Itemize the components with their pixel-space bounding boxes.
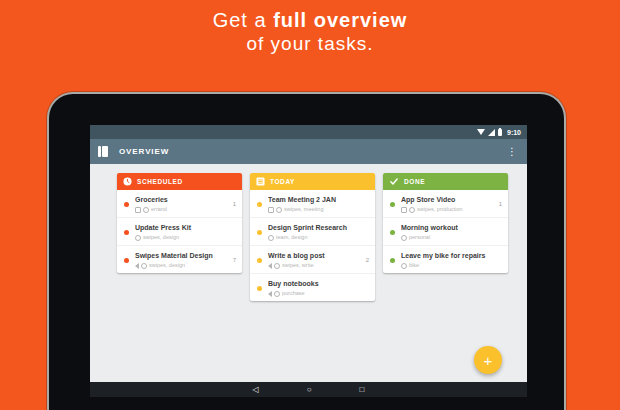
task-main: Leave my bike for repairsbike (401, 251, 502, 269)
task-meta: swipes, design (135, 262, 230, 269)
task-row[interactable]: Morning workoutpersonal (383, 218, 508, 246)
task-tags: swipes, design (149, 262, 185, 269)
back-icon[interactable]: ◁ (253, 386, 259, 394)
battery-icon (498, 129, 502, 136)
task-row[interactable]: App Store Videoswipes, production1 (383, 190, 508, 218)
task-meta: bike (401, 262, 502, 269)
task-main: Update Press Kitswipes, design (135, 223, 236, 241)
priority-dot (124, 230, 129, 235)
hero-caption: Get a full overview of your tasks. (0, 8, 620, 55)
hero-line2: of your tasks. (0, 32, 620, 55)
task-count: 1 (233, 201, 236, 207)
priority-dot (257, 202, 262, 207)
task-title: Groceries (135, 195, 230, 204)
clock-icon (123, 177, 132, 186)
priority-dot (390, 258, 395, 263)
home-icon[interactable]: ○ (307, 386, 312, 394)
task-tags: swipes, production (417, 206, 463, 213)
task-title: Design Sprint Research (268, 223, 369, 232)
reply-icon (135, 263, 139, 269)
hero-line1-bold: full overview (273, 9, 407, 31)
task-main: Team Meeting 2 JANswipes, meeting (268, 195, 369, 213)
task-tags: team, design (276, 234, 308, 241)
app-bar-title: OVERVIEW (119, 147, 505, 156)
column-title: SCHEDULED (137, 178, 183, 185)
reply-icon (268, 291, 272, 297)
task-column-scheduled: SCHEDULEDGrocerieserrand1Update Press Ki… (117, 173, 242, 273)
task-meta: swipes, write (268, 262, 363, 269)
check-icon (389, 177, 399, 186)
task-meta: errand (135, 206, 230, 213)
overflow-menu-icon[interactable]: ⋮ (505, 147, 519, 157)
priority-dot (124, 202, 129, 207)
attachment-icon (276, 207, 282, 213)
task-title: Leave my bike for repairs (401, 251, 502, 260)
task-main: Write a blog postswipes, write (268, 251, 363, 269)
column-header[interactable]: DONE (383, 173, 508, 190)
marketing-screenshot: { "hero": { "line1_regular": "Get a ", "… (0, 0, 620, 410)
task-row[interactable]: Swipes Material Designswipes, design7 (117, 246, 242, 273)
column-title: TODAY (270, 178, 295, 185)
priority-dot (390, 230, 395, 235)
attachment-icon (274, 291, 280, 297)
task-tags: errand (151, 206, 167, 213)
attachment-icon (143, 207, 149, 213)
task-tags: personal (409, 234, 430, 241)
task-main: Design Sprint Researchteam, design (268, 223, 369, 241)
note-icon (135, 207, 141, 213)
recents-icon[interactable]: □ (360, 386, 365, 394)
column-title: DONE (404, 178, 425, 185)
task-count: 2 (366, 257, 369, 263)
priority-dot (390, 202, 395, 207)
task-title: App Store Video (401, 195, 496, 204)
task-row[interactable]: Update Press Kitswipes, design (117, 218, 242, 246)
board-icon[interactable] (98, 146, 109, 157)
add-task-fab[interactable]: + (474, 346, 502, 374)
task-row[interactable]: Grocerieserrand1 (117, 190, 242, 218)
note-icon (401, 207, 407, 213)
task-title: Morning workout (401, 223, 502, 232)
task-meta: personal (401, 234, 502, 241)
tablet-device: 9:10 OVERVIEW ⋮ SCHEDULEDGrocerieserrand… (47, 92, 566, 410)
note-icon (268, 207, 274, 213)
task-main: Grocerieserrand (135, 195, 230, 213)
attachment-icon (409, 207, 415, 213)
column-header[interactable]: TODAY (250, 173, 375, 190)
task-title: Write a blog post (268, 251, 363, 260)
status-time: 9:10 (507, 129, 521, 136)
attachment-icon (401, 263, 407, 269)
task-tags: swipes, meeting (284, 206, 323, 213)
attachment-icon (141, 263, 147, 269)
task-main: Buy notebookspurchase (268, 279, 369, 297)
tablet-screen: 9:10 OVERVIEW ⋮ SCHEDULEDGrocerieserrand… (90, 125, 527, 397)
task-main: Morning workoutpersonal (401, 223, 502, 241)
task-row[interactable]: Buy notebookspurchase (250, 274, 375, 301)
priority-dot (257, 230, 262, 235)
overview-board: SCHEDULEDGrocerieserrand1Update Press Ki… (90, 164, 527, 382)
task-title: Team Meeting 2 JAN (268, 195, 369, 204)
priority-dot (124, 258, 129, 263)
task-meta: swipes, meeting (268, 206, 369, 213)
task-count: 1 (499, 201, 502, 207)
task-title: Swipes Material Design (135, 251, 230, 260)
task-tags: bike (409, 262, 419, 269)
task-row[interactable]: Write a blog postswipes, write2 (250, 246, 375, 274)
reply-icon (268, 263, 272, 269)
attachment-icon (135, 235, 141, 241)
signal-icon (488, 129, 495, 136)
task-row[interactable]: Design Sprint Researchteam, design (250, 218, 375, 246)
task-count: 7 (233, 257, 236, 263)
task-row[interactable]: Team Meeting 2 JANswipes, meeting (250, 190, 375, 218)
attachment-icon (268, 235, 274, 241)
task-main: Swipes Material Designswipes, design (135, 251, 230, 269)
task-row[interactable]: Leave my bike for repairsbike (383, 246, 508, 273)
task-tags: swipes, write (282, 262, 313, 269)
task-title: Buy notebooks (268, 279, 369, 288)
app-bar: OVERVIEW ⋮ (90, 139, 527, 164)
android-nav-bar: ◁○□ (90, 382, 527, 397)
task-tags: swipes, design (143, 234, 179, 241)
column-header[interactable]: SCHEDULED (117, 173, 242, 190)
hero-line1: Get a full overview (0, 8, 620, 32)
list-icon (256, 177, 265, 186)
wifi-icon (477, 129, 485, 135)
